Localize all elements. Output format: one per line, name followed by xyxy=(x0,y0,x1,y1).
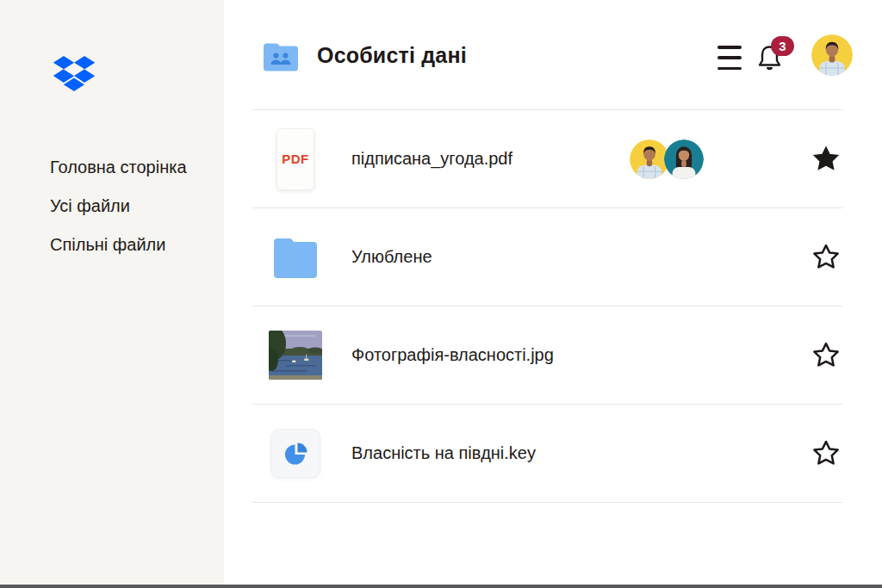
star-button[interactable] xyxy=(811,439,841,468)
pdf-label: PDF xyxy=(282,152,309,166)
notification-badge: 3 xyxy=(771,36,794,56)
user-avatar[interactable] xyxy=(811,34,853,76)
hamburger-menu-icon[interactable] xyxy=(717,46,742,70)
avatar-woman-teal-icon xyxy=(664,139,704,179)
file-name: підписана_угода.pdf xyxy=(351,149,512,169)
dropbox-logo-icon[interactable] xyxy=(52,53,96,94)
lake-photo-thumbnail xyxy=(269,331,322,380)
main-content: Особисті дані 3 PDF підписан xyxy=(224,0,882,588)
star-button[interactable] xyxy=(811,341,841,370)
file-row-keynote[interactable]: Власність на півдні.key xyxy=(252,404,842,502)
file-name: Улюблене xyxy=(351,247,432,267)
list-divider xyxy=(252,502,842,503)
file-list: PDF підписана_угода.pdf xyxy=(252,109,842,503)
shared-folder-icon xyxy=(261,39,301,75)
file-name: Власність на півдні.key xyxy=(351,443,536,463)
file-name: Фотографія-власності.jpg xyxy=(351,345,554,365)
sidebar-item-shared-files[interactable]: Спільні файли xyxy=(50,232,187,257)
sidebar-item-home[interactable]: Головна сторінка xyxy=(50,155,187,179)
page-title: Особисті дані xyxy=(317,43,467,68)
bottom-bar xyxy=(0,585,882,588)
pdf-file-icon: PDF xyxy=(276,128,314,190)
sidebar-nav: Головна сторінка Усі файли Спільні файли xyxy=(50,155,187,271)
shared-avatars xyxy=(630,139,704,179)
sidebar-item-all-files[interactable]: Усі файли xyxy=(50,194,187,218)
file-row-folder[interactable]: Улюблене xyxy=(252,207,842,306)
sidebar: Головна сторінка Усі файли Спільні файли xyxy=(0,0,224,588)
file-row-photo[interactable]: Фотографія-власності.jpg xyxy=(252,306,842,404)
pie-chart-file-icon xyxy=(270,429,320,478)
star-button[interactable] xyxy=(811,243,841,272)
file-row-pdf[interactable]: PDF підписана_угода.pdf xyxy=(252,109,842,207)
notification-bell-icon[interactable]: 3 xyxy=(755,38,797,76)
star-button[interactable] xyxy=(811,145,841,174)
blue-folder-icon xyxy=(272,235,319,280)
